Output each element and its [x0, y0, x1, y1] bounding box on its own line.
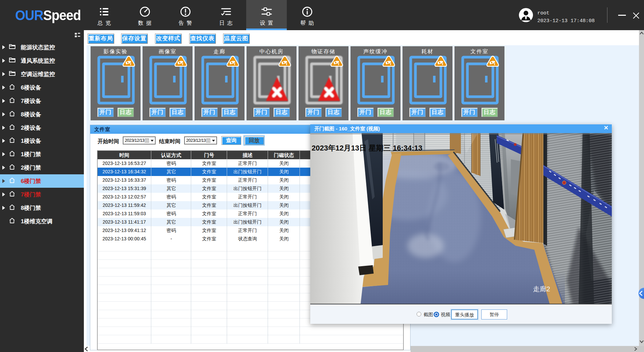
svg-text:走廊2: 走廊2 [533, 285, 550, 293]
svg-text:2023年12月13日 星期三 16:34:13: 2023年12月13日 星期三 16:34:13 [312, 144, 422, 152]
